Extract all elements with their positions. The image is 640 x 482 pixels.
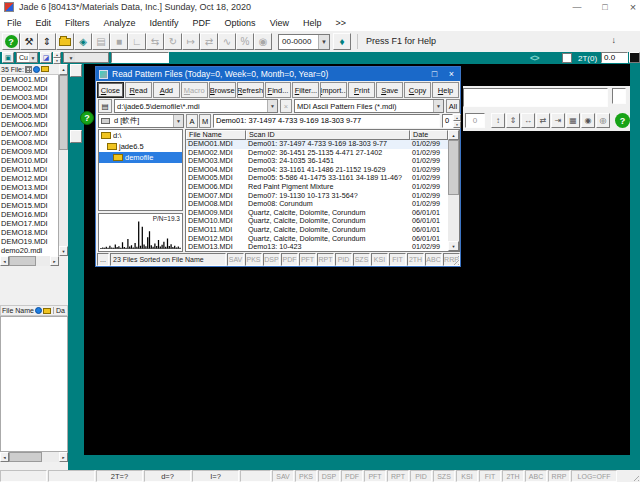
table-row[interactable]: DEMO07.MDIDemo07: 19-1130 10-173 31-564?… — [186, 192, 448, 201]
count-field[interactable]: 0 — [442, 114, 453, 128]
help-button[interactable]: ? — [2, 33, 20, 50]
find-button[interactable]: Find... — [265, 82, 292, 98]
menu-options[interactable]: Options — [218, 15, 263, 31]
close-button[interactable]: Close — [97, 82, 124, 98]
all-button[interactable]: All — [446, 99, 460, 113]
count-spinner[interactable]: ▲▼ — [453, 114, 461, 128]
drive-combo[interactable]: d [軟件] ▼ — [98, 114, 184, 128]
file-list-scrollbar[interactable]: ▼ — [59, 75, 68, 256]
scroll-down-button[interactable]: ▼ — [448, 241, 459, 251]
dialog-title-bar[interactable]: Read Pattern Files (Today=0, Week=0, Mon… — [96, 67, 460, 81]
resize-grip[interactable] — [630, 472, 639, 481]
scroll-right-button[interactable]: ► — [50, 256, 59, 266]
mode-toggle-logoff[interactable]: LOG=OFF — [571, 470, 617, 482]
import-button[interactable]: Import... — [320, 82, 347, 98]
tree-item-jade6.5[interactable]: jade6.5 — [99, 141, 182, 152]
scale-select[interactable]: ▼ — [63, 52, 109, 63]
panel-splitter-button[interactable] — [70, 64, 82, 77]
mode-toggle-rrp[interactable]: RRP — [548, 470, 570, 482]
list-item[interactable]: DEMO09.MDI — [0, 147, 58, 156]
browse-button[interactable]: Browse — [209, 82, 236, 98]
secondary-hscrollbar[interactable]: ◄ ► — [0, 452, 68, 462]
help-icon[interactable]: ? — [80, 111, 94, 125]
tree-item-demofile[interactable]: demofile — [99, 152, 182, 163]
menu-[interactable]: >> — [329, 15, 354, 31]
sort-files-button[interactable]: ⇕ — [38, 33, 56, 50]
scan-id-field[interactable]: Demo01: 37-1497 4-733 9-169 18-303 9-77 — [213, 114, 440, 128]
menu-filters[interactable]: Filters — [58, 15, 97, 31]
scroll-left-button[interactable]: ◄ — [0, 256, 9, 266]
droplet-button[interactable]: ♦ — [333, 33, 351, 50]
window-tile-button[interactable]: ▣ — [2, 52, 14, 63]
chevron-down-icon[interactable]: ▼ — [173, 115, 183, 127]
circle-button[interactable]: ◎ — [596, 113, 610, 128]
list-item[interactable]: DEMO08.MDI — [0, 138, 58, 147]
scrollbar-thumb[interactable] — [9, 452, 42, 462]
scroll-down-button[interactable]: ▼ — [59, 246, 68, 256]
scroll-up-button[interactable]: ▲ — [448, 130, 459, 140]
menu-edit[interactable]: Edit — [29, 15, 59, 31]
table-row[interactable]: DEMO10.MDIQuartz, Calcite, Dolomite, Cor… — [186, 217, 448, 226]
help-button[interactable]: Help — [432, 82, 459, 98]
navigate-button[interactable]: ◈ — [74, 33, 92, 50]
save-button[interactable]: Save — [376, 82, 403, 98]
mode-toggle-pid[interactable]: PID — [410, 470, 432, 482]
copy-button[interactable]: Copy — [404, 82, 431, 98]
table-row[interactable]: DEMO11.MDIQuartz, Calcite, Dolomite, Cor… — [186, 226, 448, 235]
table-row[interactable]: DEMO12.MDIQuartz, Calcite, Dolomite, Cor… — [186, 235, 448, 244]
mode-toggle-sav[interactable]: SAV — [272, 470, 294, 482]
file-type-combo[interactable]: MDI Ascii Pattern Files (*.mdi) ▼ — [294, 99, 444, 113]
black-swatch-button[interactable] — [629, 52, 640, 63]
mode-toggle-th[interactable]: 2TH — [502, 470, 524, 482]
list-item[interactable]: DEMO03.MDI — [0, 93, 58, 102]
target-button[interactable]: ◉ — [581, 113, 595, 128]
range-toggle[interactable]: <> — [530, 53, 539, 63]
label-input[interactable] — [111, 52, 169, 63]
table-row[interactable]: DEMO08.MDIDemo08: Corundum01/02/99 — [186, 200, 448, 209]
display-mode-button[interactable]: ◪ — [40, 52, 52, 63]
list-item[interactable]: DEMO15.MDI — [0, 201, 58, 210]
theta-value-input[interactable]: 0.0 — [601, 52, 628, 63]
tree-item-d[interactable]: d:\ — [99, 130, 182, 141]
close-button[interactable]: × — [622, 0, 640, 15]
table-row[interactable]: DEMO13.MDIDemo13: 10-42301/02/99 — [186, 243, 448, 251]
list-item[interactable]: demo20.mdi — [0, 246, 58, 255]
table-row[interactable]: DEMO09.MDIQuartz, Calcite, Dolomite, Cor… — [186, 209, 448, 218]
path-combo[interactable]: d:\jade6.5\demofile\*.mdi ▼ — [114, 99, 278, 113]
menu-view[interactable]: View — [263, 15, 296, 31]
chevron-down-icon[interactable]: ▼ — [267, 100, 277, 112]
list-item[interactable]: DEMO16.MDI — [0, 210, 58, 219]
list-item[interactable]: DEMO10.MDI — [0, 156, 58, 165]
menu-identify[interactable]: Identify — [143, 15, 186, 31]
panel-splitter-button[interactable] — [70, 130, 82, 143]
column-header-date[interactable]: Date — [410, 130, 448, 140]
table-row[interactable]: DEMO03.MDIDemo03: 24-1035 36-145101/02/9… — [186, 157, 448, 166]
refresh-button[interactable]: Refresh — [237, 82, 264, 98]
grid-view-button[interactable]: ▦ — [566, 113, 580, 128]
list-item[interactable]: DEMO07.MDI — [0, 129, 58, 138]
menu-file[interactable]: File — [0, 15, 29, 31]
mode-toggle-pks[interactable]: PKS — [295, 470, 317, 482]
scroll-up-button[interactable]: ▲ — [59, 64, 68, 75]
column-header-scan-id[interactable]: Scan ID — [246, 130, 410, 140]
list-item[interactable]: DEMO01.MDI — [0, 75, 58, 84]
expand-vertical-button[interactable]: ↕ — [491, 113, 505, 128]
list-item[interactable]: DEMO05.MDI — [0, 111, 58, 120]
mode-toggle-pdf[interactable]: PDF — [341, 470, 363, 482]
table-row[interactable]: DEMO05.MDIDemo05: 5-586 41-1475 33-1161 … — [186, 174, 448, 183]
list-item[interactable]: DEMO11.MDI — [0, 165, 58, 174]
list-item[interactable]: DEMO17.MDI — [0, 219, 58, 228]
anode-select[interactable]: Cu ▼ — [16, 52, 38, 63]
recent-icon[interactable] — [33, 66, 40, 73]
dock-arrow-icon[interactable]: ↓ — [612, 35, 617, 45]
scrollbar-thumb[interactable] — [448, 140, 459, 195]
add-button[interactable]: Add — [153, 82, 180, 98]
folder-icon[interactable] — [43, 308, 51, 314]
table-row[interactable]: DEMO02.MDIDemo02: 36-1451 25-1135 4-471 … — [186, 149, 448, 158]
recent-icon[interactable] — [35, 307, 42, 314]
read-button[interactable]: Read — [125, 82, 152, 98]
open-file-button[interactable] — [56, 33, 74, 50]
mode-toggle-szs[interactable]: SZS — [433, 470, 455, 482]
table-row[interactable]: DEMO06.MDIRed Paint Pigment Mixture01/02… — [186, 183, 448, 192]
swap-axes-button[interactable]: ⇄ — [536, 113, 550, 128]
